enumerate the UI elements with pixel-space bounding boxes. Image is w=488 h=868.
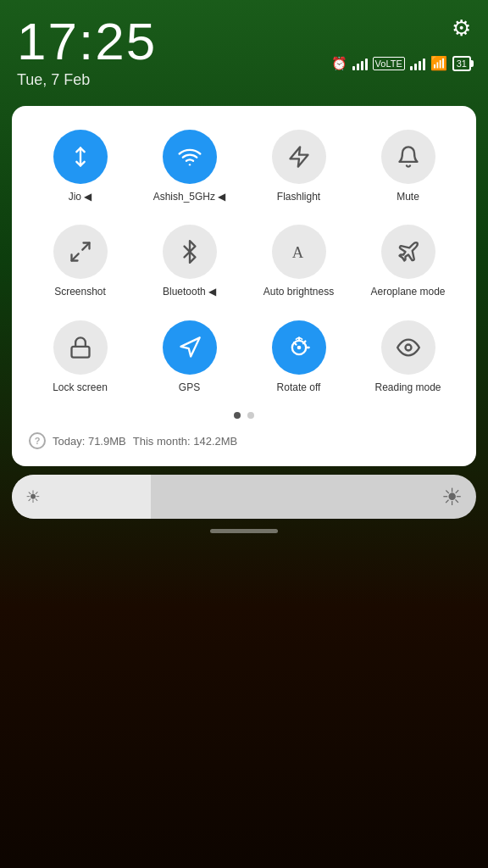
- volte-icon: VoLTE: [373, 57, 405, 70]
- qs-gps-label: GPS: [179, 381, 200, 393]
- quick-settings-panel: Jio ◀ Ashish_5GHz ◀ Flashlight: [12, 106, 476, 466]
- qs-reading-icon: [381, 320, 435, 375]
- brightness-low-icon: ☀: [25, 487, 41, 507]
- rotate-icon-svg: [287, 336, 311, 359]
- handle-bar: [210, 529, 278, 533]
- svg-rect-6: [71, 347, 89, 358]
- alarm-icon: ⏰: [331, 56, 347, 71]
- qs-bluetooth-label: Bluetooth ◀: [163, 286, 216, 298]
- qs-autobrightness[interactable]: A Auto brightness: [244, 218, 353, 304]
- clock-date: Tue, 7 Feb: [17, 71, 157, 89]
- qs-wifi-label: Ashish_5GHz ◀: [153, 191, 226, 203]
- quick-settings-grid: Jio ◀ Ashish_5GHz ◀ Flashlight: [25, 123, 463, 400]
- bell-icon-svg: [396, 145, 420, 169]
- data-usage-today: Today: 71.9MB: [53, 435, 126, 448]
- status-icons-row: ⏰ VoLTE 📶 31: [331, 55, 471, 71]
- qs-flashlight-icon: [272, 130, 326, 184]
- lock-icon-svg: [69, 336, 92, 359]
- qs-aeroplane[interactable]: Aeroplane mode: [353, 218, 463, 304]
- status-bar: 17:25 Tue, 7 Feb ⚙ ⏰ VoLTE �: [0, 0, 488, 97]
- qs-bluetooth-icon: [163, 225, 217, 279]
- qs-rotate-label: Rotate off: [277, 381, 321, 393]
- qs-reading-label: Reading mode: [374, 381, 441, 393]
- qs-rotate-icon: [272, 320, 326, 375]
- bottom-handle: [0, 529, 488, 533]
- qs-jio[interactable]: Jio ◀: [25, 123, 135, 209]
- qs-lockscreen[interactable]: Lock screen: [25, 314, 135, 400]
- qs-aeroplane-icon: [381, 225, 435, 279]
- svg-point-9: [297, 345, 301, 349]
- gps-icon-svg: [178, 336, 202, 359]
- qs-autobrightness-label: Auto brightness: [263, 286, 334, 298]
- qs-bluetooth[interactable]: Bluetooth ◀: [135, 218, 244, 304]
- qs-aeroplane-label: Aeroplane mode: [370, 286, 445, 298]
- qs-jio-icon: [53, 130, 108, 184]
- qs-autobrightness-icon: A: [272, 225, 326, 279]
- data-usage-month: This month: 142.2MB: [133, 435, 238, 448]
- qs-mute-label: Mute: [396, 191, 419, 203]
- brightness-high-icon: ☀: [441, 483, 463, 511]
- qs-mute-icon: [381, 130, 435, 184]
- qs-flashlight[interactable]: Flashlight: [244, 123, 353, 209]
- flashlight-icon-svg: [287, 145, 311, 169]
- qs-lockscreen-icon: [53, 320, 108, 375]
- svg-point-11: [405, 344, 411, 350]
- qs-jio-label: Jio ◀: [69, 191, 92, 203]
- settings-icon[interactable]: ⚙: [452, 15, 471, 42]
- qs-flashlight-label: Flashlight: [277, 191, 320, 203]
- svg-line-3: [82, 243, 89, 250]
- font-icon-svg: A: [287, 240, 311, 264]
- data-transfer-icon: [69, 145, 92, 169]
- qs-wifi-icon: [163, 130, 217, 184]
- bluetooth-icon-svg: [178, 240, 202, 264]
- brightness-slider[interactable]: ☀ ☀: [12, 475, 476, 519]
- qs-screenshot[interactable]: Screenshot: [25, 218, 135, 304]
- pagination-dots: [25, 412, 463, 419]
- qs-screenshot-icon: [53, 225, 108, 279]
- data-usage-row: ? Today: 71.9MB This month: 142.2MB: [25, 427, 463, 453]
- clock-time: 17:25: [17, 15, 157, 68]
- wifi-icon-svg: [178, 145, 202, 169]
- qs-rotate[interactable]: Rotate off: [244, 314, 353, 400]
- pagination-dot-1: [234, 412, 241, 419]
- plane-icon-svg: [396, 240, 420, 264]
- svg-line-10: [294, 342, 296, 344]
- wifi-icon: 📶: [430, 55, 447, 71]
- svg-marker-7: [180, 337, 199, 356]
- svg-line-4: [71, 254, 78, 261]
- signal-icon-2: [410, 57, 425, 70]
- qs-reading[interactable]: Reading mode: [353, 314, 463, 400]
- time-section: 17:25 Tue, 7 Feb: [17, 15, 157, 89]
- qs-mute[interactable]: Mute: [353, 123, 463, 209]
- svg-point-1: [188, 164, 190, 165]
- qs-gps-icon: [163, 320, 217, 375]
- svg-text:A: A: [291, 243, 303, 261]
- qs-screenshot-label: Screenshot: [54, 286, 106, 298]
- battery-icon: 31: [452, 56, 471, 71]
- eye-icon-svg: [396, 336, 420, 359]
- svg-marker-2: [290, 147, 308, 166]
- screenshot-icon-svg: [69, 240, 92, 264]
- qs-lockscreen-label: Lock screen: [53, 381, 108, 393]
- qs-gps[interactable]: GPS: [135, 314, 244, 400]
- signal-icon-1: [352, 57, 368, 70]
- qs-wifi[interactable]: Ashish_5GHz ◀: [135, 123, 244, 209]
- data-usage-icon: ?: [29, 432, 46, 449]
- pagination-dot-2: [247, 412, 254, 419]
